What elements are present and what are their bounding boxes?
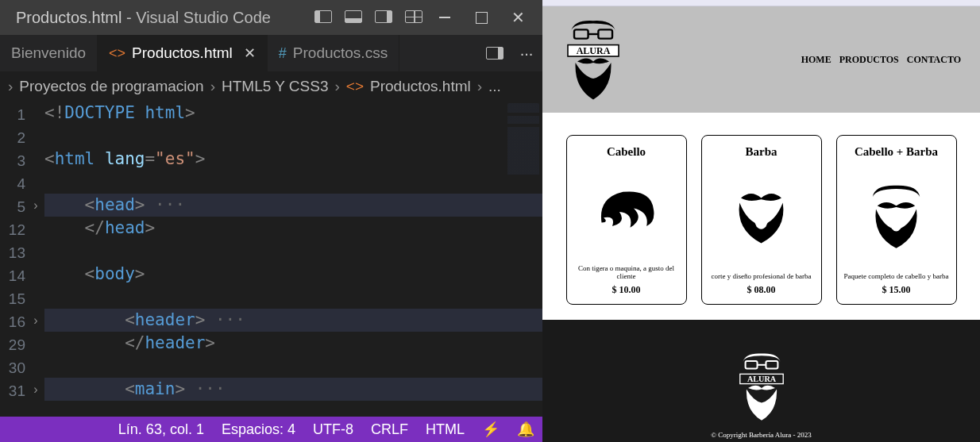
status-language[interactable]: HTML (426, 421, 465, 438)
line-gutter: 1 2 3 4 5 12 13 14 15 16 29 30 31 (0, 102, 27, 417)
tab-welcome[interactable]: Bienvenido (0, 35, 98, 71)
products-grid: Cabello Con tigera o maquina, a gusto de… (542, 113, 980, 320)
hair-icon (572, 159, 681, 265)
card-desc: corte y diseño profesional de barba (711, 273, 811, 281)
card-price: $ 10.00 (612, 284, 641, 296)
status-encoding[interactable]: UTF-8 (313, 421, 353, 438)
tab-welcome-label: Bienvenido (11, 44, 86, 62)
browser-chrome (542, 0, 980, 6)
css-file-icon: # (279, 45, 287, 62)
layout-right-icon[interactable] (371, 9, 396, 27)
split-editor-icon[interactable] (479, 35, 511, 71)
tab-productos-css[interactable]: # Productos.css (268, 35, 399, 71)
fold-chevron-icon[interactable]: › (27, 309, 44, 332)
tab-css-label: Productos.css (293, 44, 388, 62)
html-file-icon: <> (109, 45, 125, 62)
card-title: Cabello (607, 145, 646, 159)
hair-beard-icon (842, 159, 951, 273)
logo: ALURA (561, 16, 625, 103)
crumb-folder[interactable]: HTML5 Y CSS3 (222, 78, 328, 95)
nav-menu: HOME PRODUCTOS CONTACTO (801, 54, 961, 66)
title-app: Visual Studio Code (136, 9, 271, 26)
tab-active-label: Productos.html (132, 44, 233, 62)
card-title: Cabello + Barba (855, 145, 938, 159)
crumb-file[interactable]: Productos.html (370, 78, 471, 95)
card-price: $ 15.00 (882, 284, 911, 296)
status-bar: Lín. 63, col. 1 Espacios: 4 UTF-8 CRLF H… (0, 417, 542, 442)
titlebar: Productos.html - Visual Studio Code ✕ (0, 0, 542, 35)
window-maximize-button[interactable] (463, 0, 500, 35)
page-footer: ALURA © Copyright Barbería Alura - 2023 (542, 320, 980, 442)
fold-chevron-icon[interactable]: › (27, 378, 44, 401)
svg-text:ALURA: ALURA (747, 375, 776, 383)
more-actions-icon[interactable]: ··· (511, 35, 542, 71)
fold-chevron-icon[interactable]: › (27, 194, 44, 217)
crumb-project[interactable]: Proyectos de programacion (19, 78, 203, 95)
card-price: $ 08.00 (747, 284, 776, 296)
card-desc: Con tigera o maquina, a gusto del client… (572, 265, 681, 281)
close-tab-icon[interactable]: ✕ (244, 44, 256, 62)
svg-point-5 (754, 209, 768, 229)
layout-bottom-icon[interactable] (341, 9, 366, 27)
layout-left-icon[interactable] (311, 9, 336, 27)
status-eol[interactable]: CRLF (371, 421, 408, 438)
product-card-barba[interactable]: Barba corte y diseño profesional de barb… (701, 135, 822, 305)
svg-rect-1 (598, 29, 612, 38)
window-close-button[interactable]: ✕ (500, 0, 536, 35)
minimap[interactable] (507, 103, 539, 190)
product-card-cabello-barba[interactable]: Cabello + Barba Paquete completo de cabe… (836, 135, 957, 305)
browser-preview: ALURA HOME PRODUCTOS CONTACTO Cabello Co… (542, 0, 980, 442)
product-card-cabello[interactable]: Cabello Con tigera o maquina, a gusto de… (566, 135, 687, 305)
tab-productos-html[interactable]: <> Productos.html ✕ (98, 35, 268, 71)
chevron-right-icon: › (477, 78, 482, 95)
footer-copyright: © Copyright Barbería Alura - 2023 (711, 431, 812, 439)
window-minimize-button[interactable] (426, 0, 463, 35)
svg-rect-0 (574, 29, 588, 38)
nav-productos[interactable]: PRODUCTOS (839, 54, 899, 66)
footer-logo: ALURA (735, 350, 789, 426)
card-title: Barba (745, 145, 777, 159)
nav-home[interactable]: HOME (801, 54, 831, 66)
svg-rect-8 (766, 361, 777, 369)
feedback-icon[interactable]: ⚡ (482, 421, 500, 438)
crumb-more[interactable]: ... (488, 78, 501, 95)
code-editor[interactable]: 1 2 3 4 5 12 13 14 15 16 29 30 31 › › › … (0, 102, 542, 417)
nav-contacto[interactable]: CONTACTO (907, 54, 961, 66)
chevron-right-icon: › (334, 78, 339, 95)
breadcrumbs[interactable]: › Proyectos de programacion › HTML5 Y CS… (0, 71, 542, 102)
title-filename: Productos.html (16, 9, 122, 26)
card-desc: Paquete completo de cabello y barba (843, 273, 948, 281)
tab-bar: Bienvenido <> Productos.html ✕ # Product… (0, 35, 542, 71)
code-area[interactable]: <!DOCTYPE html> <html lang="es"> <head> … (44, 102, 542, 417)
window-title: Productos.html - Visual Studio Code (16, 9, 311, 27)
fold-column: › › › (27, 102, 44, 417)
status-cursor-pos[interactable]: Lín. 63, col. 1 (118, 421, 204, 438)
svg-point-6 (890, 213, 902, 231)
layout-grid-icon[interactable] (401, 9, 426, 27)
svg-rect-7 (745, 361, 757, 369)
page-header: ALURA HOME PRODUCTOS CONTACTO (542, 6, 980, 113)
chevron-right-icon: › (210, 78, 215, 95)
status-spaces[interactable]: Espacios: 4 (222, 421, 295, 438)
vscode-window: Productos.html - Visual Studio Code ✕ Bi… (0, 0, 542, 442)
beard-icon (707, 159, 816, 273)
html-file-icon: <> (346, 78, 364, 95)
svg-text:ALURA: ALURA (577, 45, 611, 56)
chevron-right-icon: › (8, 78, 13, 95)
notifications-icon[interactable]: 🔔 (517, 421, 534, 438)
